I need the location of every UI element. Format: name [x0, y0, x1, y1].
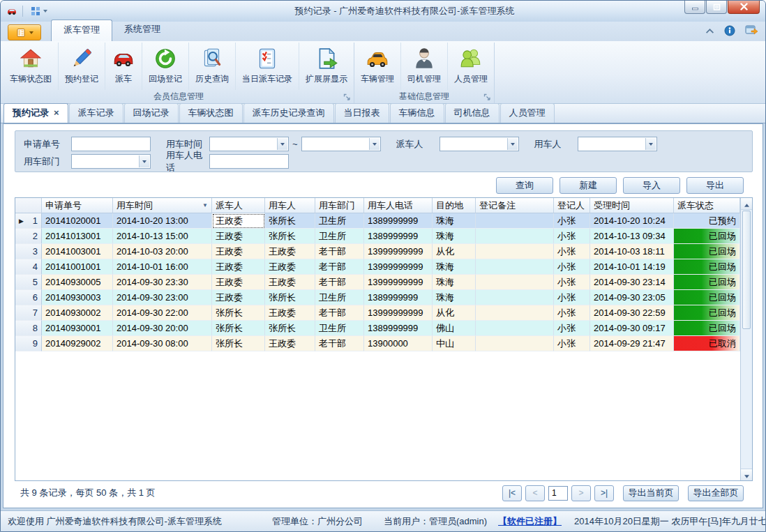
grid-cell[interactable]: 珠海 — [433, 275, 476, 290]
filter-combo[interactable] — [440, 137, 519, 151]
doc-tab[interactable]: 预约记录× — [3, 103, 68, 123]
export-all-pages-button[interactable]: 导出全部页 — [688, 485, 744, 501]
column-header[interactable]: 用车部门 — [315, 198, 364, 213]
grid-row[interactable]: 6201409300032014-09-30 23:00王政委张所长卫生所138… — [15, 290, 740, 305]
scrollbar-thumb[interactable] — [742, 211, 751, 329]
last-page-button[interactable]: >| — [594, 485, 614, 501]
grid-cell[interactable]: 老干部 — [315, 336, 364, 351]
status-cell[interactable]: 已回场 — [674, 275, 740, 290]
grid-cell[interactable]: 老干部 — [315, 259, 364, 275]
scroll-down-button[interactable] — [741, 469, 752, 480]
first-page-button[interactable]: |< — [502, 485, 522, 501]
grid-row[interactable]: 7201409300022014-09-30 22:00张所长王政委老干部139… — [15, 305, 740, 321]
doc-tab[interactable]: 派车历史记录查询 — [243, 103, 334, 123]
grid-cell[interactable]: 佛山 — [433, 321, 476, 336]
page-input[interactable] — [548, 486, 568, 501]
grid-cell[interactable]: 小张 — [554, 229, 590, 244]
status-cell[interactable]: 已预约 — [674, 213, 740, 229]
prev-page-button[interactable]: < — [525, 485, 545, 501]
grid-cell[interactable]: 小张 — [554, 244, 590, 259]
grid-cell[interactable]: 20141003001 — [42, 244, 113, 259]
info-icon[interactable] — [724, 25, 735, 36]
ribbon-button[interactable]: 扩展屏显示 — [299, 43, 354, 90]
about-icon[interactable] — [745, 24, 758, 38]
ribbon-button[interactable]: 历史查询 — [189, 43, 236, 90]
filter-combo[interactable] — [578, 137, 657, 151]
grid-cell[interactable]: 卫生所 — [315, 213, 364, 229]
maximize-button[interactable] — [706, 1, 727, 14]
grid-cell[interactable]: 卫生所 — [315, 321, 364, 336]
grid-cell[interactable]: 2014-10-03 18:11 — [590, 244, 674, 259]
grid-cell[interactable]: 王政委 — [265, 244, 315, 259]
row-indicator[interactable]: 6 — [15, 290, 42, 305]
grid-cell[interactable]: 2014-10-01 14:19 — [590, 259, 674, 275]
grid-row[interactable]: 3201410030012014-10-03 20:00王政委王政委老干部139… — [15, 244, 740, 259]
grid-cell[interactable]: 小张 — [554, 321, 590, 336]
status-cell[interactable]: 已回场 — [674, 244, 740, 259]
grid-cell[interactable]: 张所长 — [265, 321, 315, 336]
grid-row[interactable]: 4201410010012014-10-01 16:00王政委王政委老干部139… — [15, 259, 740, 275]
grid-cell[interactable] — [476, 275, 554, 290]
grid-cell[interactable]: 20140930001 — [42, 321, 113, 336]
filter-input[interactable] — [209, 154, 289, 169]
grid-cell[interactable]: 王政委 — [212, 275, 265, 290]
grid-cell[interactable]: 2014-09-30 23:30 — [113, 275, 212, 290]
grid-row[interactable]: 9201409290022014-09-30 08:00张所长王政委老干部139… — [15, 336, 740, 351]
grid-cell[interactable]: 小张 — [554, 275, 590, 290]
ribbon-button[interactable]: 派车 — [105, 43, 142, 90]
grid-scrollbar[interactable] — [740, 198, 752, 480]
dialog-launcher-icon[interactable] — [483, 93, 491, 101]
grid-cell[interactable]: 小张 — [554, 305, 590, 321]
grid-cell[interactable]: 2014-10-13 15:00 — [113, 229, 212, 244]
column-header[interactable]: 受理时间 — [590, 198, 674, 213]
chevron-down-icon[interactable] — [369, 138, 380, 150]
grid-cell[interactable]: 20140930005 — [42, 275, 113, 290]
row-indicator[interactable]: 3 — [15, 244, 42, 259]
ribbon-button[interactable]: 车辆状态图 — [3, 43, 59, 90]
grid-cell[interactable]: 20140929002 — [42, 336, 113, 351]
grid-cell[interactable]: 13900000 — [364, 336, 433, 351]
doc-tab[interactable]: 车辆信息 — [390, 103, 444, 123]
column-header[interactable]: 用车时间▼ — [113, 198, 212, 213]
grid-cell[interactable]: 从化 — [433, 305, 476, 321]
grid-cell[interactable]: 小张 — [554, 213, 590, 229]
grid-cell[interactable]: 王政委 — [212, 229, 265, 244]
filter-combo[interactable] — [301, 137, 381, 151]
grid-cell[interactable]: 13999999999 — [364, 275, 433, 290]
quick-access-layout-button[interactable] — [28, 4, 50, 18]
column-header[interactable]: 派车人 — [212, 198, 265, 213]
grid-cell[interactable]: 王政委 — [265, 275, 315, 290]
grid-cell[interactable]: 王政委 — [212, 259, 265, 275]
grid-cell[interactable]: 2014-09-30 22:59 — [590, 305, 674, 321]
column-header[interactable]: 登记人 — [554, 198, 590, 213]
grid-cell[interactable]: 老干部 — [315, 275, 364, 290]
grid-cell[interactable]: 2014-10-20 13:00 — [113, 213, 212, 229]
grid-cell[interactable]: 2014-09-30 23:00 — [113, 290, 212, 305]
grid-cell[interactable]: 张所长 — [212, 336, 265, 351]
grid-cell[interactable]: 2014-10-01 16:00 — [113, 259, 212, 275]
status-cell[interactable]: 已取消 — [674, 336, 740, 351]
grid-cell[interactable] — [476, 229, 554, 244]
doc-tab[interactable]: 派车记录 — [69, 103, 123, 123]
grid-cell[interactable]: 珠海 — [433, 229, 476, 244]
filter-combo[interactable] — [209, 137, 289, 151]
close-button[interactable] — [728, 1, 760, 14]
grid-cell[interactable]: 张所长 — [265, 229, 315, 244]
grid-cell[interactable]: 2014-09-30 23:14 — [590, 275, 674, 290]
grid-row[interactable]: 2201410130012014-10-13 15:00王政委张所长卫生所138… — [15, 229, 740, 244]
scroll-up-button[interactable] — [741, 198, 752, 210]
grid-cell[interactable]: 张所长 — [265, 290, 315, 305]
grid-cell[interactable]: 2014-10-03 20:00 — [113, 244, 212, 259]
row-indicator[interactable]: 4 — [15, 259, 42, 275]
grid-cell[interactable]: 2014-09-29 21:47 — [590, 336, 674, 351]
doc-tab[interactable]: 司机信息 — [445, 103, 500, 123]
ribbon-tab[interactable]: 系统管理 — [112, 20, 172, 41]
grid-cell[interactable]: 王政委 — [212, 244, 265, 259]
app-menu-button[interactable] — [8, 24, 41, 40]
grid-cell[interactable]: 珠海 — [433, 213, 476, 229]
action-button[interactable]: 查询 — [496, 177, 553, 194]
row-indicator[interactable]: 8 — [15, 321, 42, 336]
grid-cell[interactable]: 20141020001 — [42, 213, 113, 229]
grid-cell[interactable]: 中山 — [433, 336, 476, 351]
grid-cell[interactable]: 13999999999 — [364, 259, 433, 275]
